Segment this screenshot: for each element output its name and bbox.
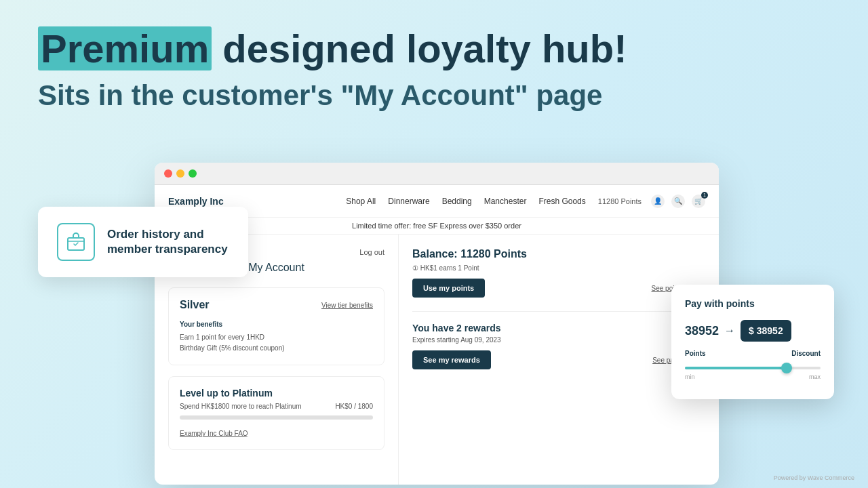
- progress-bar-bg: [180, 415, 373, 420]
- slider-min-label: min: [685, 373, 695, 380]
- headline-highlight: Premium: [38, 26, 212, 70]
- sub-headline: Sits in the customer's "My Account" page: [38, 79, 627, 113]
- slider-minmax: min max: [685, 373, 821, 380]
- rewards-actions: See my rewards See past rewards: [412, 350, 705, 369]
- main-headline: Premium designed loyalty hub!: [38, 27, 627, 70]
- points-balance-section: Balance: 11280 Points ① HK$1 earns 1 Poi…: [412, 248, 705, 298]
- levelup-desc: Spend HK$1800 more to reach Platinum HK$…: [180, 403, 373, 410]
- benefits-text: Earn 1 point for every 1HKD Birthday Gif…: [180, 332, 373, 354]
- account-icon[interactable]: 👤: [651, 195, 665, 208]
- points-label: Points: [685, 350, 706, 357]
- benefit-1: Earn 1 point for every 1HKD: [180, 332, 373, 343]
- slider-fill: [685, 367, 787, 369]
- slider-max-label: max: [809, 373, 821, 380]
- browser-chrome: [155, 163, 719, 185]
- pay-labels-row: Points Discount: [685, 350, 821, 357]
- pay-values-row: 38952 → $ 38952: [685, 320, 821, 342]
- use-my-points-button[interactable]: Use my points: [412, 279, 485, 298]
- faq-link[interactable]: Examply Inc Club FAQ: [180, 430, 248, 437]
- rewards-title: You have 2 rewards: [412, 323, 705, 333]
- tier-name: Silver: [180, 299, 210, 311]
- nav-links: Shop All Dinnerware Bedding Manchester F…: [346, 197, 586, 206]
- floating-card: Order history and member transparency: [38, 207, 248, 277]
- levelup-title: Level up to Platinum: [180, 388, 373, 399]
- nav-icons: 👤 🔍 🛒 1: [651, 195, 705, 208]
- levelup-progress-label: HK$0 / 1800: [335, 403, 373, 410]
- logout-link[interactable]: Log out: [359, 248, 384, 256]
- rewards-expires: Expires starting Aug 09, 2023: [412, 336, 705, 344]
- slider-track: [685, 367, 821, 369]
- pay-with-points-card: Pay with points 38952 → $ 38952 Points D…: [671, 285, 834, 399]
- search-icon[interactable]: 🔍: [671, 195, 685, 208]
- nav-points: 11280 Points: [598, 197, 642, 205]
- see-my-rewards-button[interactable]: See my rewards: [412, 350, 491, 369]
- balance-actions: Use my points See points history: [412, 279, 705, 298]
- pay-points-value: 38952: [685, 324, 719, 338]
- earn-rate-text: ① HK$1 earns 1 Point: [412, 264, 479, 272]
- benefits-label: Your benefits: [180, 321, 373, 328]
- nav-shop-all[interactable]: Shop All: [346, 197, 376, 206]
- tier-card: Silver View tier benefits Your benefits …: [168, 287, 384, 365]
- nav-dinnerware[interactable]: Dinnerware: [388, 197, 429, 206]
- levelup-card: Level up to Platinum Spend HK$1800 more …: [168, 376, 384, 450]
- pay-arrow-icon: →: [724, 325, 735, 337]
- nav-bedding[interactable]: Bedding: [442, 197, 472, 206]
- nav-manchester[interactable]: Manchester: [484, 197, 527, 206]
- box-icon: [57, 223, 95, 261]
- nav-fresh-goods[interactable]: Fresh Goods: [538, 197, 585, 206]
- levelup-spend-text: Spend HK$1800 more to reach Platinum: [180, 403, 302, 410]
- view-tier-benefits-link[interactable]: View tier benefits: [321, 302, 373, 309]
- balance-earn-rate: ① HK$1 earns 1 Point: [412, 264, 705, 272]
- cart-icon[interactable]: 🛒 1: [692, 195, 705, 208]
- balance-title: Balance: 11280 Points: [412, 248, 705, 260]
- slider-thumb[interactable]: [781, 363, 792, 373]
- tier-header: Silver View tier benefits: [180, 299, 373, 311]
- pay-card-title: Pay with points: [685, 298, 821, 309]
- cart-badge: 1: [701, 192, 708, 199]
- close-dot[interactable]: [164, 169, 172, 178]
- headline-rest: designed loyalty hub!: [212, 26, 627, 70]
- rewards-section: You have 2 rewards Expires starting Aug …: [412, 311, 705, 369]
- bg-text-area: Premium designed loyalty hub! Sits in th…: [38, 27, 627, 113]
- store-logo: Examply Inc: [168, 196, 224, 207]
- maximize-dot[interactable]: [189, 169, 197, 178]
- slider-container: min max: [685, 367, 821, 380]
- pay-discount-value: $ 38952: [741, 320, 791, 342]
- minimize-dot[interactable]: [176, 169, 184, 178]
- card-label: Order history and member transparency: [107, 227, 229, 257]
- powered-by: Powered by Wave Commerce: [774, 474, 854, 481]
- discount-label: Discount: [791, 350, 821, 357]
- benefit-2: Birthday Gift (5% discount coupon): [180, 343, 373, 354]
